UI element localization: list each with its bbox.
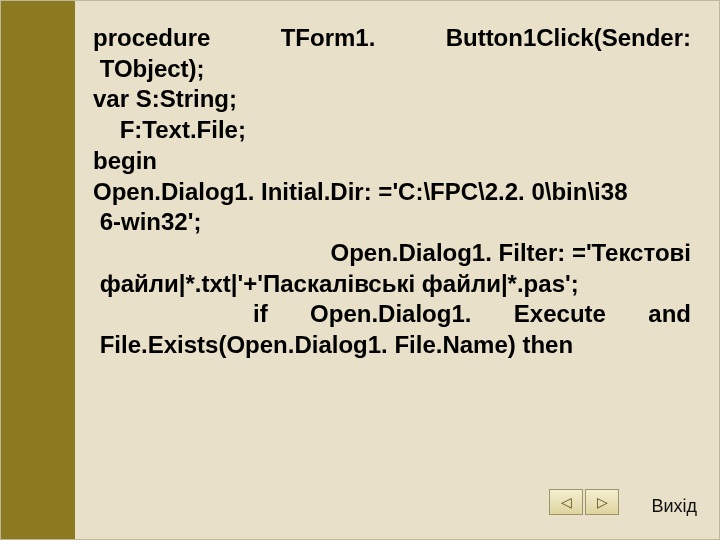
code-line: файли|*.txt|'+'Паскалівські файли|*.pas'… [93, 269, 691, 300]
keyword-procedure: procedure [93, 24, 210, 51]
next-button[interactable]: ▷ [585, 489, 619, 515]
slide: procedure TForm1. Button1Click(Sender: T… [0, 0, 720, 540]
code-line: 6-win32'; [93, 207, 691, 238]
code-line: Open.Dialog1. Initial.Dir: ='C:\FPC\2.2.… [93, 177, 691, 208]
code-line: begin [93, 146, 691, 177]
nav-controls: ◁ ▷ [549, 489, 619, 515]
proc-signature: TForm1. Button1Click(Sender: [281, 24, 691, 51]
code-line: Open.Dialog1. Filter: ='Текстові [93, 238, 691, 269]
code-line: F:Text.File; [93, 115, 691, 146]
keyword-and: and [648, 300, 691, 327]
exit-link[interactable]: Вихід [651, 496, 697, 517]
code-line: procedure TForm1. Button1Click(Sender: [93, 23, 691, 54]
expr-execute: Open.Dialog1. Execute [310, 300, 606, 327]
triangle-left-icon: ◁ [561, 494, 572, 510]
code-line: TObject); [93, 54, 691, 85]
prev-button[interactable]: ◁ [549, 489, 583, 515]
triangle-right-icon: ▷ [597, 494, 608, 510]
code-line: File.Exists(Open.Dialog1. File.Name) the… [93, 330, 691, 361]
code-line: var S:String; [93, 84, 691, 115]
left-stripe [1, 1, 75, 539]
code-line: if Open.Dialog1. Execute and [93, 299, 691, 330]
keyword-if: if [93, 300, 268, 327]
code-block: procedure TForm1. Button1Click(Sender: T… [93, 23, 691, 361]
